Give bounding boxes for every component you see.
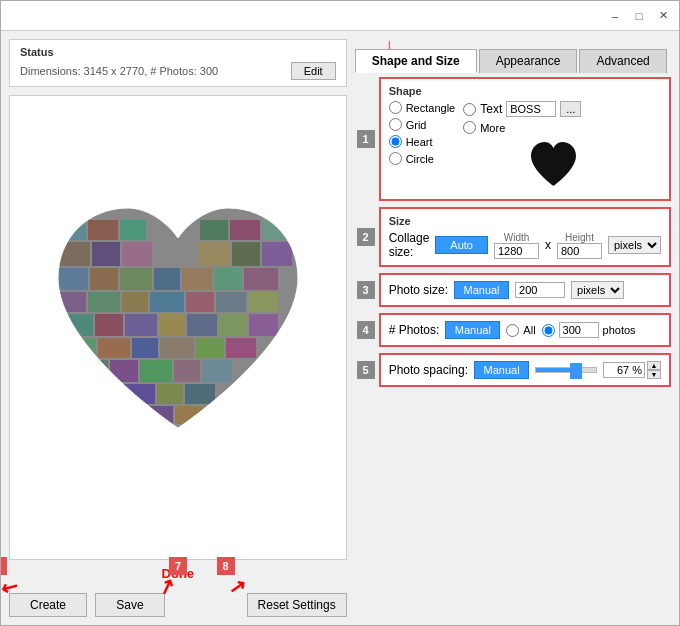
collage-size-label: Collage size: [389, 231, 430, 259]
unit-select[interactable]: pixels [608, 236, 661, 254]
height-label: Height [565, 232, 594, 243]
photo-size-unit-select[interactable]: pixels [571, 281, 624, 299]
svg-rect-26 [196, 338, 224, 358]
spacing-pct-input[interactable] [603, 362, 645, 378]
circle-label: Circle [406, 153, 434, 165]
svg-rect-25 [160, 338, 194, 358]
svg-rect-14 [248, 292, 278, 312]
edit-button[interactable]: Edit [291, 62, 336, 80]
num-photos-manual-button[interactable]: Manual [445, 321, 500, 339]
shape-options: Rectangle Grid Heart [389, 101, 661, 193]
photos-unit-label: photos [603, 324, 636, 336]
num-photos-radio[interactable] [542, 324, 555, 337]
spacing-slider-thumb[interactable] [570, 363, 582, 379]
text-value-input[interactable] [506, 101, 556, 117]
shape-col-right: Text ... More [463, 101, 581, 193]
svg-rect-27 [226, 338, 256, 358]
rectangle-radio[interactable] [389, 101, 402, 114]
svg-rect-46 [200, 220, 228, 240]
size-row: Collage size: Auto Width x Height [389, 231, 661, 259]
spacing-increment-button[interactable]: ▲ [647, 361, 661, 370]
tab-advanced[interactable]: Advanced [579, 49, 666, 73]
svg-rect-37 [113, 406, 141, 424]
reset-button[interactable]: Reset Settings [247, 593, 347, 617]
radio-more: More [463, 121, 581, 134]
width-input[interactable] [494, 243, 539, 259]
all-label: All [523, 324, 535, 336]
svg-rect-50 [232, 242, 260, 266]
width-group: Width [494, 232, 539, 259]
spacing-slider-track[interactable] [535, 367, 597, 373]
create-button[interactable]: Create [9, 593, 87, 617]
arrow-8-icon: ↗ [227, 574, 248, 601]
status-label: Status [20, 46, 336, 58]
circle-radio[interactable] [389, 152, 402, 165]
svg-rect-11 [150, 292, 184, 312]
spacing-manual-button[interactable]: Manual [474, 361, 529, 379]
spacing-decrement-button[interactable]: ▼ [647, 370, 661, 379]
svg-rect-2 [90, 268, 118, 290]
auto-button[interactable]: Auto [435, 236, 488, 254]
radio-heart: Heart [389, 135, 456, 148]
svg-rect-43 [58, 242, 90, 266]
section-number-2: 2 [357, 228, 375, 246]
svg-rect-47 [230, 220, 260, 240]
svg-rect-7 [244, 268, 278, 290]
bottom-right: ↗ 8 Reset Settings [247, 593, 347, 617]
svg-rect-28 [78, 360, 108, 382]
svg-rect-51 [262, 242, 292, 266]
photo-size-input[interactable] [515, 282, 565, 298]
times-label: x [545, 238, 551, 252]
svg-rect-3 [120, 268, 152, 290]
spacing-pct-group: ▲ ▼ [603, 361, 661, 379]
spacing-spinners: ▲ ▼ [647, 361, 661, 379]
svg-rect-36 [185, 384, 215, 404]
svg-rect-32 [202, 360, 232, 382]
width-col: Width [494, 232, 539, 259]
svg-rect-23 [98, 338, 130, 358]
size-section: Size Collage size: Auto Width x [379, 207, 671, 267]
maximize-button[interactable]: □ [631, 8, 647, 24]
tab-shape-and-size[interactable]: Shape and Size [355, 49, 477, 73]
more-radio[interactable] [463, 121, 476, 134]
tabs: Shape and Size Appearance Advanced [355, 49, 671, 73]
svg-rect-19 [187, 314, 217, 336]
more-label: More [480, 122, 505, 134]
callout-7: 7 [169, 557, 187, 575]
text-label: Text [480, 102, 502, 116]
svg-rect-39 [175, 406, 203, 424]
heart-radio[interactable] [389, 135, 402, 148]
svg-rect-16 [95, 314, 123, 336]
preview-area [9, 95, 347, 560]
title-bar: – □ ✕ [1, 1, 679, 31]
all-radio[interactable] [506, 324, 519, 337]
photo-size-manual-button[interactable]: Manual [454, 281, 509, 299]
rectangle-label: Rectangle [406, 102, 456, 114]
radio-grid: Grid [389, 118, 456, 131]
left-panel: Status Dimensions: 3145 x 2770, # Photos… [1, 31, 355, 625]
heart-label: Heart [406, 136, 433, 148]
close-button[interactable]: ✕ [655, 8, 671, 24]
num-photos-input[interactable] [559, 322, 599, 338]
height-input[interactable] [557, 243, 602, 259]
status-row: Dimensions: 3145 x 2770, # Photos: 300 E… [20, 62, 336, 80]
svg-rect-22 [68, 338, 96, 358]
num-photos-value-row: photos [542, 322, 636, 338]
status-dimensions: Dimensions: 3145 x 2770, # Photos: 300 [20, 65, 218, 77]
right-panel: ↓ Shape and Size Appearance Advanced 1 S… [355, 31, 679, 625]
svg-rect-17 [125, 314, 157, 336]
grid-radio[interactable] [389, 118, 402, 131]
svg-rect-30 [140, 360, 172, 382]
text-radio[interactable] [463, 103, 476, 116]
minimize-button[interactable]: – [607, 8, 623, 24]
save-button[interactable]: Save [95, 593, 165, 617]
spacing-section: Photo spacing: Manual [379, 353, 671, 387]
browse-button[interactable]: ... [560, 101, 581, 117]
num-photos-row: # Photos: Manual All photos [389, 321, 661, 339]
section-number-5: 5 [357, 361, 375, 379]
svg-rect-45 [122, 242, 152, 266]
svg-rect-12 [186, 292, 214, 312]
svg-rect-21 [249, 314, 278, 336]
tab-appearance[interactable]: Appearance [479, 49, 578, 73]
width-label: Width [504, 232, 530, 243]
